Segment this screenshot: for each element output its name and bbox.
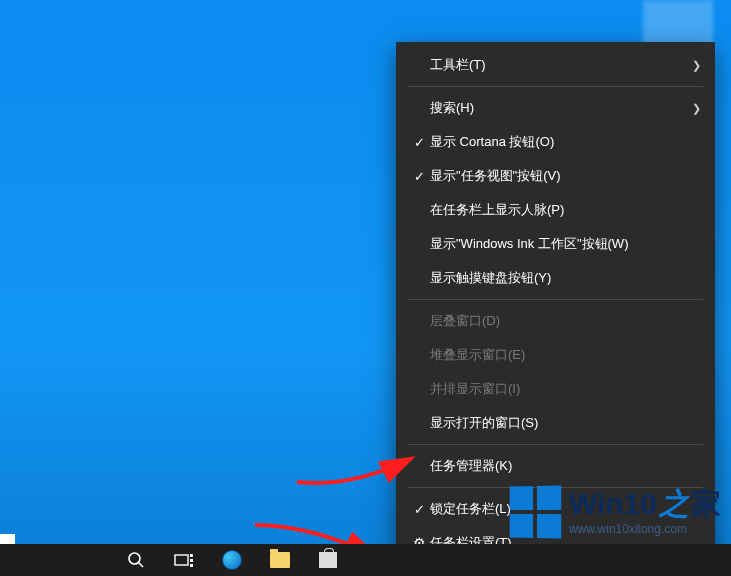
- menu-item-label: 显示触摸键盘按钮(Y): [430, 269, 701, 287]
- watermark: Win10之家 www.win10xitong.com: [509, 486, 721, 538]
- menu-item[interactable]: ✓显示"任务视图"按钮(V): [396, 159, 715, 193]
- svg-rect-5: [190, 564, 193, 567]
- menu-item-label: 显示 Cortana 按钮(O): [430, 133, 701, 151]
- menu-item-label: 搜索(H): [430, 99, 684, 117]
- menu-separator: [408, 86, 703, 87]
- menu-separator: [408, 444, 703, 445]
- menu-separator: [408, 299, 703, 300]
- task-view-button[interactable]: [160, 544, 208, 576]
- menu-item: 层叠窗口(D): [396, 304, 715, 338]
- menu-item[interactable]: 显示"Windows Ink 工作区"按钮(W): [396, 227, 715, 261]
- menu-item-label: 显示打开的窗口(S): [430, 414, 701, 432]
- watermark-title: Win10之家: [569, 489, 721, 519]
- task-view-icon: [174, 552, 194, 568]
- menu-item[interactable]: 显示打开的窗口(S): [396, 406, 715, 440]
- menu-item-label: 并排显示窗口(I): [430, 380, 701, 398]
- svg-line-1: [139, 563, 143, 567]
- menu-item[interactable]: 工具栏(T)❯: [396, 48, 715, 82]
- chevron-right-icon: ❯: [692, 102, 701, 115]
- menu-item-label: 工具栏(T): [430, 56, 684, 74]
- file-explorer-button[interactable]: [256, 544, 304, 576]
- check-icon: ✓: [408, 502, 430, 517]
- chevron-right-icon: ❯: [692, 59, 701, 72]
- menu-item[interactable]: 搜索(H)❯: [396, 91, 715, 125]
- folder-icon: [270, 552, 290, 568]
- check-icon: ✓: [408, 135, 430, 150]
- search-button[interactable]: [112, 544, 160, 576]
- windows-logo-icon: [510, 486, 562, 539]
- store-button[interactable]: [304, 544, 352, 576]
- menu-item: 堆叠显示窗口(E): [396, 338, 715, 372]
- svg-point-0: [129, 553, 140, 564]
- search-icon: [127, 551, 145, 569]
- menu-item-label: 显示"Windows Ink 工作区"按钮(W): [430, 235, 701, 253]
- menu-item-label: 任务管理器(K): [430, 457, 701, 475]
- menu-item[interactable]: 任务管理器(K): [396, 449, 715, 483]
- menu-item[interactable]: ✓显示 Cortana 按钮(O): [396, 125, 715, 159]
- menu-item-label: 在任务栏上显示人脉(P): [430, 201, 701, 219]
- edge-browser-button[interactable]: [208, 544, 256, 576]
- desktop: 工具栏(T)❯搜索(H)❯✓显示 Cortana 按钮(O)✓显示"任务视图"按…: [0, 0, 731, 576]
- check-icon: ✓: [408, 169, 430, 184]
- svg-rect-3: [190, 554, 193, 557]
- menu-item-label: 堆叠显示窗口(E): [430, 346, 701, 364]
- edge-icon: [222, 550, 242, 570]
- svg-rect-4: [190, 559, 193, 562]
- svg-rect-2: [175, 555, 188, 565]
- menu-item[interactable]: 显示触摸键盘按钮(Y): [396, 261, 715, 295]
- menu-item-label: 显示"任务视图"按钮(V): [430, 167, 701, 185]
- menu-item[interactable]: 在任务栏上显示人脉(P): [396, 193, 715, 227]
- menu-item: 并排显示窗口(I): [396, 372, 715, 406]
- menu-item-label: 层叠窗口(D): [430, 312, 701, 330]
- store-icon: [319, 552, 337, 568]
- watermark-url: www.win10xitong.com: [569, 523, 721, 535]
- taskbar[interactable]: [0, 544, 731, 576]
